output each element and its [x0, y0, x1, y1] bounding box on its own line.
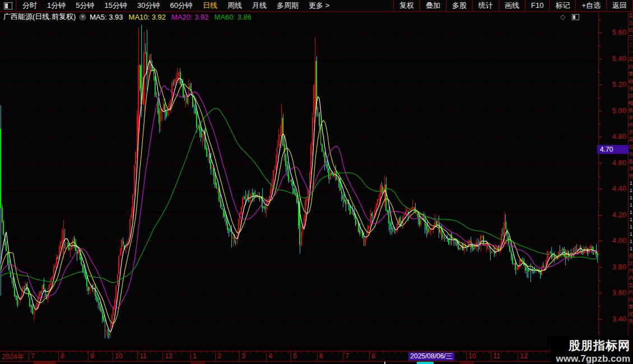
time-tick: [56, 352, 57, 353]
right-strip-glyph: 盈: [629, 158, 633, 165]
month-separator: [291, 352, 291, 361]
tools-menu-item[interactable]: 复权: [393, 0, 420, 11]
layout-split-icon[interactable]: [4, 2, 12, 10]
candlestick-chart[interactable]: [0, 22, 598, 352]
diamond-icon[interactable]: ◇: [560, 13, 565, 21]
price-axis: 5.605.405.205.004.804.604.404.204.003.80…: [598, 12, 628, 361]
stock-chart-app: 分时1分钟5分钟15分钟30分钟60分钟日线周线月线多周期更多 > 复权叠加多股…: [0, 0, 633, 364]
month-separator: [215, 352, 216, 361]
price-tick: [599, 111, 602, 111]
month-separator: [343, 352, 343, 361]
time-tick: [138, 352, 138, 353]
tools-menu-item[interactable]: 标记: [549, 0, 575, 11]
price-tick: [599, 72, 601, 72]
time-tick: [201, 352, 201, 353]
date-crosshair-tag: 2025/08/06/三: [408, 352, 454, 361]
period-menu-item[interactable]: 5分钟: [71, 1, 99, 10]
top-menu-bar: 分时1分钟5分钟15分钟30分钟60分钟日线周线月线多周期更多 > 复权叠加多股…: [0, 0, 633, 12]
time-tick: [263, 352, 264, 353]
right-strip-glyph: 跌: [629, 92, 633, 100]
tools-menu-item[interactable]: F10: [525, 0, 549, 11]
price-tick: [599, 306, 601, 306]
right-sidebar-strip[interactable]: 卖五四三二一买价量额涨跌幅换手收开高低市盈净资1111111111委比外内盘均价…: [628, 12, 633, 364]
right-strip-glyph: 比: [629, 260, 633, 267]
ma-value: MA10: 3.92: [129, 13, 166, 21]
tools-menu-item[interactable]: +自选: [575, 0, 606, 11]
tools-menu-item[interactable]: 画线: [499, 0, 525, 11]
price-tick: [599, 202, 601, 202]
cutoff-pane-sliver: [459, 362, 474, 364]
time-tick: [313, 352, 314, 353]
price-tick-label: 4.20: [612, 211, 626, 219]
time-tick: [69, 352, 69, 353]
time-tick: [546, 352, 546, 353]
watermark-url: www.7gpzb.com: [551, 353, 630, 364]
right-strip-glyph: 买: [629, 56, 633, 63]
time-tick: [301, 352, 301, 353]
right-strip-glyph: 委: [629, 253, 633, 260]
month-separator: [137, 352, 138, 361]
month-label: 11: [493, 352, 500, 360]
price-tick: [599, 254, 601, 254]
time-tick: [150, 352, 151, 353]
time-tick: [407, 352, 408, 353]
right-strip-glyph: 幅: [629, 100, 633, 107]
right-strip-glyph: 五: [629, 20, 633, 27]
right-strip-glyph: 二: [629, 41, 633, 49]
right-strip-glyph: 量: [629, 304, 633, 311]
period-menu-item[interactable]: 30分钟: [132, 1, 165, 10]
period-menu-item[interactable]: 1分钟: [42, 1, 71, 10]
price-tick: [599, 176, 601, 176]
right-strip-glyph: 四: [629, 27, 633, 34]
period-menu-item[interactable]: 60分钟: [165, 1, 197, 10]
tools-menu-item[interactable]: 返回: [606, 0, 633, 11]
period-menu-item[interactable]: 日线: [198, 1, 222, 10]
right-strip-glyph: 低: [629, 143, 633, 151]
time-tick: [131, 352, 132, 353]
price-tick: [599, 319, 602, 320]
price-tick-label: 5.60: [612, 29, 626, 36]
price-tick-label: 5.20: [612, 81, 626, 88]
time-tick: [238, 352, 239, 353]
time-tick: [156, 352, 157, 353]
right-strip-glyph: 市: [629, 151, 633, 158]
month-separator: [88, 352, 89, 361]
right-strip-glyph: 笔: [629, 311, 633, 318]
month-separator: [491, 352, 491, 361]
tools-menu-item[interactable]: 统计: [472, 0, 499, 11]
price-tick: [599, 241, 602, 241]
time-tick: [533, 352, 533, 353]
right-strip-glyph: 收: [629, 122, 633, 129]
price-crosshair-tag: 4.70: [597, 145, 629, 154]
tools-menu-item[interactable]: 叠加: [420, 0, 446, 11]
time-tick: [477, 352, 477, 353]
period-menu-item[interactable]: 多周期: [272, 1, 304, 10]
right-strip-glyph: 盘: [629, 282, 633, 289]
panel-toggle-icon[interactable]: [572, 14, 579, 20]
period-menu-item[interactable]: 月线: [247, 1, 272, 10]
price-tick: [599, 20, 601, 20]
tools-menu-item[interactable]: 多股: [446, 0, 472, 11]
time-tick: [213, 352, 213, 353]
ma-value-labels: MA5: 3.93MA10: 3.92MA20: 3.92MA60: 3.86: [90, 13, 257, 21]
period-menu-item[interactable]: 分时: [17, 1, 42, 10]
period-menu-item[interactable]: 更多 >: [304, 1, 334, 10]
month-label: 1: [193, 352, 197, 360]
price-tick: [599, 45, 601, 46]
right-strip-glyph: 价: [629, 296, 633, 304]
right-strip-glyph: 势: [629, 318, 633, 325]
time-tick: [464, 352, 464, 353]
month-separator: [518, 352, 518, 361]
price-tick-label: 3.80: [612, 263, 626, 271]
period-menu-item[interactable]: 周线: [222, 1, 247, 10]
price-tick-label: 4.60: [612, 159, 626, 167]
right-strip-glyph: 三: [629, 34, 633, 41]
month-label: 2: [217, 352, 221, 360]
right-strip-glyph: 量: [629, 71, 633, 78]
period-menu-item[interactable]: 15分钟: [99, 1, 132, 10]
chevron-down-icon[interactable]: ▼: [79, 13, 86, 21]
time-tick: [395, 352, 395, 353]
right-strip-glyph: 1: [629, 216, 633, 223]
right-strip-glyph: 卖: [629, 12, 633, 20]
month-label: 8: [60, 352, 64, 360]
